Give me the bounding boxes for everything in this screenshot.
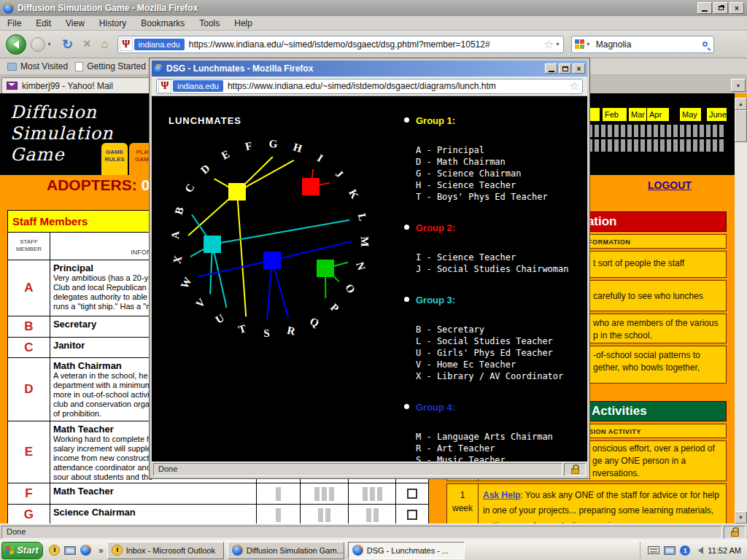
desktop-quicklaunch-icon[interactable] <box>64 546 76 555</box>
staff-checkbox[interactable] <box>407 510 417 520</box>
popup-maximize-button[interactable] <box>559 63 571 74</box>
week-line: week <box>447 502 478 515</box>
staff-letter-node: S <box>263 327 270 339</box>
search-input[interactable]: Magnolia <box>596 39 703 50</box>
menu-history[interactable]: History <box>92 17 133 30</box>
address-bar[interactable]: Ψ indiana.edu https://www.indiana.edu/~s… <box>117 36 564 53</box>
taskbar-button[interactable]: Inbox - Microsoft Outlook <box>107 542 224 559</box>
url-dropdown-icon[interactable]: ▼ <box>555 42 560 47</box>
main-titlebar: Diffusion Simulation Game - Mozilla Fire… <box>0 0 747 16</box>
history-dropdown-icon[interactable]: ▼ <box>47 42 52 47</box>
volume-tray-icon[interactable] <box>694 547 703 554</box>
taskbar-button[interactable]: DSG - Lunchmates - ... <box>348 542 465 559</box>
lunch-link <box>212 244 227 308</box>
firefox-icon <box>232 545 243 556</box>
minimize-button[interactable] <box>697 2 712 14</box>
week-line: 1 <box>447 489 478 502</box>
legend-group: Group 4:M - Language Arts ChairmanR - Ar… <box>416 402 585 462</box>
logout-link[interactable]: LOGOUT <box>648 179 692 191</box>
calendar-week-bar <box>706 125 711 137</box>
staff-letter-node: X <box>171 254 184 265</box>
menu-file[interactable]: File <box>0 17 28 30</box>
ask-help-link[interactable]: Ask Help <box>483 490 520 500</box>
stop-icon[interactable]: × <box>83 36 91 52</box>
bookmark-item[interactable]: Most Visited <box>7 61 68 71</box>
reload-icon[interactable]: ↻ <box>62 36 73 52</box>
tally-bar <box>370 487 375 501</box>
scroll-down-icon[interactable]: ▼ <box>735 511 747 524</box>
staff-letter-node: J <box>333 168 346 180</box>
navigation-toolbar: ▼ ↻ × ⌂ Ψ indiana.edu https://www.indian… <box>0 31 747 58</box>
popup-bookmark-star-icon[interactable]: ☆ <box>570 79 579 93</box>
calendar-month: June <box>707 108 727 121</box>
calendar-week-bar <box>654 125 658 137</box>
popup-url-input[interactable]: https://www.indiana.edu/~simed/istdemo/d… <box>228 81 567 91</box>
menu-help[interactable]: Help <box>227 17 260 30</box>
calendar-week-bar <box>673 139 678 152</box>
popup-minimize-button[interactable] <box>545 63 557 74</box>
close-button[interactable]: × <box>729 2 744 14</box>
search-bar[interactable]: ▼ Magnolia <box>571 36 714 53</box>
search-magnifier-icon[interactable] <box>703 42 708 47</box>
staff-letter-node: Q <box>308 315 321 330</box>
menu-edit[interactable]: Edit <box>28 17 58 30</box>
site-identity-chip[interactable]: indiana.edu <box>134 39 185 50</box>
calendar-week-bar <box>686 139 691 152</box>
calendar-week-bar <box>667 125 671 137</box>
scroll-up-icon[interactable]: ▲ <box>735 98 747 110</box>
windows-taskbar: Start » Inbox - Microsoft OutlookDiffusi… <box>0 540 747 560</box>
popup-address-bar[interactable]: Ψ indiana.edu https://www.indiana.edu/~s… <box>156 79 583 94</box>
outlook-quicklaunch-icon[interactable] <box>49 545 60 556</box>
keyboard-tray-icon[interactable] <box>648 546 659 554</box>
home-icon[interactable]: ⌂ <box>101 37 109 52</box>
google-icon[interactable] <box>575 39 584 49</box>
page-scrollbar[interactable]: ▲ ▼ <box>735 98 747 524</box>
calendar-week-bar <box>601 125 605 137</box>
back-button[interactable] <box>6 34 26 55</box>
lunch-link <box>272 241 352 260</box>
calendar-week-bar <box>680 125 684 137</box>
tab-game-rules[interactable]: GAME RULES <box>101 143 128 175</box>
staff-checkbox[interactable] <box>407 489 417 499</box>
popup-window-title: DSG - Lunchmates - Mozilla Firefox <box>166 63 313 74</box>
popup-site-identity-chip[interactable]: indiana.edu <box>173 80 223 92</box>
staff-letter-node: E <box>220 148 231 162</box>
legend-member: H - Science Teacher <box>416 180 585 192</box>
url-input[interactable]: https://www.indiana.edu/~simed/istdemo/d… <box>189 39 541 50</box>
quicklaunch-chevron-icon[interactable]: » <box>98 545 104 556</box>
calendar-month: Feb <box>603 108 627 121</box>
display-tray-icon[interactable] <box>664 546 676 555</box>
group-square <box>302 178 320 195</box>
calendar-week-bar <box>660 125 665 137</box>
taskbar-button[interactable]: Diffusion Simulation Gam... <box>228 542 344 559</box>
folder-icon <box>7 63 17 71</box>
calendar-week-bar <box>621 139 625 152</box>
staff-letter: D <box>8 358 50 421</box>
menu-view[interactable]: View <box>58 17 92 30</box>
legend-member: G - Science Chairman <box>416 168 585 180</box>
menu-tools[interactable]: Tools <box>192 17 227 30</box>
popup-close-button[interactable]: × <box>573 63 585 74</box>
page-icon <box>75 62 83 71</box>
tab-yahoo-mail[interactable]: kimberj99 - Yahoo! Mail <box>1 77 156 93</box>
windows-flag-icon <box>5 546 15 554</box>
calendar-month: Mar <box>629 108 646 121</box>
forward-button[interactable] <box>31 37 45 52</box>
calendar-week-bar <box>647 139 651 152</box>
firefox-quicklaunch-icon[interactable] <box>80 545 91 556</box>
start-button[interactable]: Start <box>1 542 43 559</box>
restore-button[interactable] <box>713 2 728 14</box>
list-all-tabs-button[interactable]: ▼ <box>731 79 746 92</box>
messenger-tray-icon[interactable]: 1 <box>680 545 690 556</box>
table-row: GScience Chairman <box>8 505 428 524</box>
scrollbar-thumb[interactable] <box>735 110 747 142</box>
taskbar-button-label: Diffusion Simulation Gam... <box>247 546 344 555</box>
bookmark-item[interactable]: Getting Started <box>75 61 146 71</box>
legend-member: T - Boys' Phys Ed Teacher <box>416 192 585 203</box>
bookmark-star-icon[interactable]: ☆ <box>543 38 553 51</box>
staff-letter-node: F <box>244 139 254 152</box>
calendar-week-bar <box>601 139 605 152</box>
tally-bar <box>374 508 379 522</box>
menu-bookmarks[interactable]: Bookmarks <box>133 17 192 30</box>
search-engine-dropdown-icon[interactable]: ▼ <box>586 42 591 47</box>
